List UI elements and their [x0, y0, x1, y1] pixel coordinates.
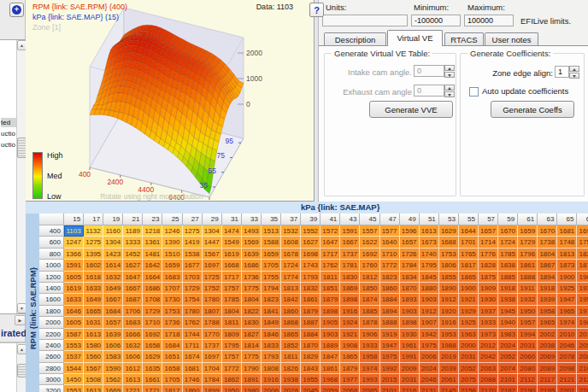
generate-vve-button[interactable]: Generate VVE [369, 101, 453, 118]
table-cell[interactable]: 1780 [183, 306, 203, 317]
table-cell[interactable]: 1827 [242, 329, 262, 340]
table-cell[interactable]: 1635 [143, 363, 162, 374]
table-cell[interactable]: 1958 [538, 306, 557, 317]
table-cell[interactable]: 2061 [439, 374, 459, 385]
table-cell[interactable]: 1740 [420, 249, 439, 260]
table-cell[interactable]: 1850 [360, 283, 379, 294]
table-cell[interactable]: 1762 [183, 317, 203, 328]
intake-cam-field[interactable]: 0 [414, 65, 444, 77]
col-header[interactable]: 21 [123, 214, 143, 225]
table-cell[interactable]: 1710 [143, 317, 162, 328]
table-cell[interactable]: 1701 [459, 237, 479, 248]
table-cell[interactable]: 1788 [203, 317, 222, 328]
table-cell[interactable]: 1793 [262, 351, 281, 362]
tab-rtacs[interactable]: RTACS [444, 32, 484, 46]
table-cell[interactable]: 1588 [262, 237, 281, 248]
col-header[interactable]: 41 [320, 214, 340, 225]
table-cell[interactable]: 1921 [340, 329, 360, 340]
table-cell[interactable]: 1687 [123, 294, 143, 305]
table-cell[interactable]: 1860 [380, 283, 400, 294]
table-cell[interactable]: 1754 [183, 294, 203, 305]
table-cell[interactable]: 1909 [479, 283, 498, 294]
row-header[interactable]: 3200 [39, 385, 64, 392]
exhaust-cam-spinner[interactable] [444, 85, 455, 97]
table-cell[interactable]: 1510 [162, 249, 182, 260]
table-cell[interactable]: 1821 [577, 249, 588, 260]
maximum-field[interactable]: 100000 [464, 15, 514, 26]
table-cell[interactable]: 1903 [320, 329, 340, 340]
table-cell[interactable]: 1938 [498, 294, 518, 305]
table-cell[interactable]: 1333 [123, 237, 143, 248]
table-cell[interactable]: 2052 [498, 351, 518, 362]
table-cell[interactable]: 1855 [439, 272, 459, 283]
col-header[interactable]: 31 [222, 214, 242, 225]
table-cell[interactable]: 2012 [479, 340, 498, 351]
table-cell[interactable]: 1755 [262, 272, 281, 283]
table-cell[interactable]: 1957 [518, 317, 538, 328]
table-cell[interactable]: 1633 [84, 283, 103, 294]
table-cell[interactable]: 2121 [557, 374, 577, 385]
spin-up-icon[interactable] [444, 65, 455, 71]
list-item[interactable]: ted [1, 118, 16, 127]
table-cell[interactable]: 1246 [162, 225, 182, 237]
table-cell[interactable]: 1947 [557, 294, 577, 305]
table-cell[interactable]: 1669 [103, 385, 123, 392]
table-cell[interactable]: 2158 [459, 385, 479, 392]
table-cell[interactable]: 1304 [103, 237, 123, 248]
table-cell[interactable]: 2010 [557, 329, 577, 340]
table-cell[interactable]: 1567 [84, 363, 103, 374]
table-cell[interactable]: 1833 [262, 340, 281, 351]
table-cell[interactable]: 1847 [320, 351, 340, 362]
table-cell[interactable]: 1613 [123, 374, 143, 385]
col-header[interactable]: 33 [242, 214, 262, 225]
table-cell[interactable]: 1795 [420, 260, 439, 271]
table-cell[interactable]: 1875 [479, 272, 498, 283]
table-cell[interactable]: 1549 [222, 237, 242, 248]
table-cell[interactable]: 2190 [518, 385, 538, 392]
table-cell[interactable]: 1925 [557, 283, 577, 294]
table-cell[interactable]: 1888 [518, 272, 538, 283]
table-cell[interactable]: 1743 [301, 260, 320, 271]
table-cell[interactable]: 1939 [538, 294, 557, 305]
table-cell[interactable]: 1717 [320, 249, 340, 260]
table-cell[interactable]: 1447 [203, 237, 222, 248]
table-cell[interactable]: 1950 [518, 306, 538, 317]
table-cell[interactable]: 1614 [103, 260, 123, 271]
table-cell[interactable]: 2060 [518, 351, 538, 362]
generate-coeffs-button[interactable]: Generate Coeffs [491, 101, 574, 118]
table-cell[interactable]: 2075 [459, 374, 479, 385]
table-cell[interactable]: 1879 [340, 363, 360, 374]
table-cell[interactable]: 1903 [400, 306, 420, 317]
table-cell[interactable]: 1552 [301, 225, 320, 237]
table-cell[interactable]: 1666 [123, 329, 143, 340]
navigation-list[interactable]: ted uctio uctio ▲ ▼ [0, 39, 26, 314]
row-header[interactable]: 2400 [39, 340, 64, 351]
table-cell[interactable]: 1688 [439, 237, 459, 248]
col-header[interactable]: 63 [538, 214, 557, 225]
list-scrollbar[interactable]: ▲ ▼ [16, 40, 26, 313]
table-cell[interactable]: 1804 [242, 294, 262, 305]
table-cell[interactable]: 1974 [360, 363, 379, 374]
table-cell[interactable]: 1698 [301, 249, 320, 260]
table-cell[interactable]: 1965 [538, 317, 557, 328]
table-cell[interactable]: 1974 [557, 317, 577, 328]
table-cell[interactable]: 1602 [84, 260, 103, 271]
table-cell[interactable]: 1667 [123, 283, 143, 294]
row-header[interactable]: 1800 [39, 306, 64, 317]
table-cell[interactable]: 1785 [498, 249, 518, 260]
table-cell[interactable]: 1933 [479, 317, 498, 328]
table-cell[interactable]: 1591 [64, 260, 84, 271]
row-header[interactable]: 1200 [39, 272, 64, 283]
table-cell[interactable]: 1811 [320, 272, 340, 283]
table-cell[interactable]: 1841 [262, 306, 281, 317]
table-cell[interactable]: 1744 [183, 329, 203, 340]
col-header[interactable]: 23 [143, 214, 162, 225]
row-header[interactable]: 2200 [39, 329, 64, 340]
table-cell[interactable]: 1657 [103, 317, 123, 328]
table-cell[interactable]: 1639 [242, 249, 262, 260]
table-cell[interactable]: 1823 [380, 272, 400, 283]
table-cell[interactable]: 1692 [360, 249, 379, 260]
table-cell[interactable]: 1865 [459, 272, 479, 283]
table-cell[interactable]: 1905 [320, 317, 340, 328]
table-cell[interactable]: 1869 [340, 283, 360, 294]
